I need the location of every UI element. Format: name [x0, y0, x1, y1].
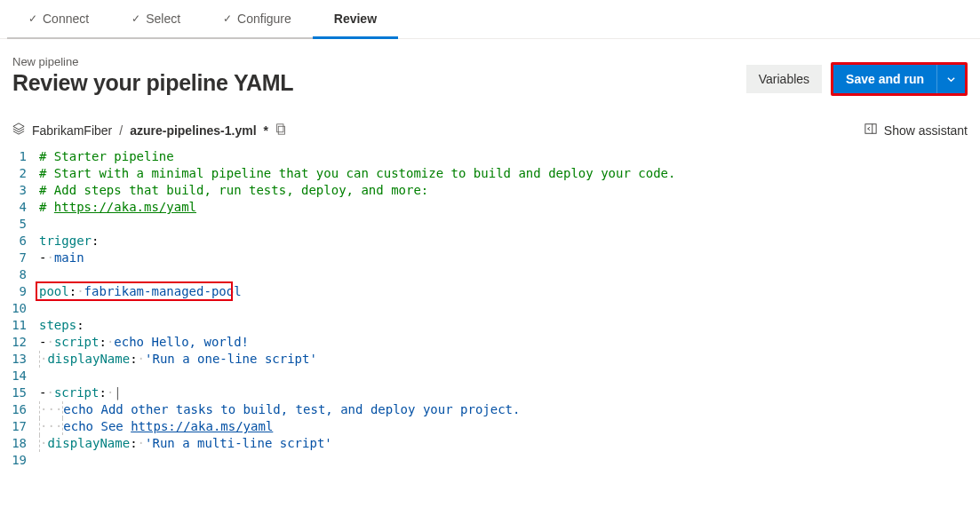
- header-actions: Variables Save and run: [746, 62, 968, 96]
- tab-select[interactable]: ✓ Select: [110, 0, 202, 39]
- editor-line[interactable]: 16···echo Add other tasks to build, test…: [0, 401, 980, 418]
- editor-line[interactable]: 4# https://aka.ms/yaml: [0, 199, 980, 216]
- repo-icon: [12, 123, 25, 138]
- line-number: 19: [0, 452, 39, 469]
- line-number: 1: [0, 148, 39, 165]
- editor-line[interactable]: 5: [0, 216, 980, 233]
- tab-label: Configure: [237, 12, 291, 26]
- line-code[interactable]: trigger:: [39, 233, 99, 250]
- editor-line[interactable]: 13·displayName:·'Run a one-line script': [0, 351, 980, 368]
- line-number: 13: [0, 351, 39, 368]
- editor-line[interactable]: 8: [0, 266, 980, 283]
- page-header: New pipeline Review your pipeline YAML V…: [0, 39, 980, 105]
- editor-line[interactable]: 10: [0, 300, 980, 317]
- editor-line[interactable]: 6trigger:: [0, 233, 980, 250]
- line-code[interactable]: # Add steps that build, run tests, deplo…: [39, 182, 428, 199]
- line-code[interactable]: ·displayName:·'Run a one-line script': [39, 351, 317, 368]
- show-assistant-label: Show assistant: [884, 123, 968, 138]
- line-number: 9: [0, 283, 39, 300]
- line-number: 14: [0, 368, 39, 384]
- editor-line[interactable]: 17···echo See https://aka.ms/yaml: [0, 418, 980, 435]
- line-number: 12: [0, 334, 39, 351]
- editor-line[interactable]: 3# Add steps that build, run tests, depl…: [0, 182, 980, 199]
- editor-line[interactable]: 18·displayName:·'Run a multi-line script…: [0, 435, 980, 452]
- line-code[interactable]: # Start with a minimal pipeline that you…: [39, 165, 675, 182]
- yaml-editor[interactable]: 1# Starter pipeline2# Start with a minim…: [0, 145, 980, 469]
- line-code[interactable]: -·script:·|: [39, 384, 122, 401]
- file-name[interactable]: azure-pipelines-1.yml: [130, 123, 256, 138]
- wizard-tabs: ✓ Connect ✓ Select ✓ Configure Review: [0, 0, 980, 39]
- editor-line[interactable]: 12-·script:·echo Hello, world!: [0, 334, 980, 351]
- line-code[interactable]: ···echo Add other tasks to build, test, …: [39, 401, 520, 418]
- show-assistant-button[interactable]: Show assistant: [864, 123, 968, 138]
- editor-line[interactable]: 14: [0, 368, 980, 384]
- line-number: 2: [0, 165, 39, 182]
- editor-line[interactable]: 2# Start with a minimal pipeline that yo…: [0, 165, 980, 182]
- file-breadcrumb-row: FabrikamFiber / azure-pipelines-1.yml * …: [0, 105, 980, 145]
- save-and-run-button[interactable]: Save and run: [833, 65, 936, 93]
- editor-line[interactable]: 9pool:·fabrikam-managed-pool: [0, 283, 980, 300]
- line-number: 18: [0, 435, 39, 452]
- line-number: 5: [0, 216, 39, 233]
- tab-review[interactable]: Review: [313, 0, 398, 39]
- line-number: 11: [0, 317, 39, 334]
- check-icon: ✓: [28, 12, 37, 25]
- dirty-indicator: *: [264, 123, 268, 138]
- line-code[interactable]: -·main: [39, 250, 84, 266]
- breadcrumb-separator: /: [119, 123, 123, 138]
- repo-name[interactable]: FabrikamFiber: [32, 123, 112, 138]
- line-code[interactable]: ·displayName:·'Run a multi-line script': [39, 435, 332, 452]
- save-and-run-dropdown[interactable]: [936, 65, 965, 93]
- line-number: 17: [0, 418, 39, 435]
- line-number: 4: [0, 199, 39, 216]
- variables-button[interactable]: Variables: [746, 65, 822, 93]
- page-subtitle: New pipeline: [12, 55, 293, 68]
- line-number: 3: [0, 182, 39, 199]
- line-number: 8: [0, 266, 39, 283]
- tab-label: Select: [146, 12, 180, 26]
- page-title: Review your pipeline YAML: [12, 70, 293, 96]
- line-number: 7: [0, 250, 39, 266]
- copy-icon[interactable]: [275, 123, 287, 138]
- save-run-group: Save and run: [831, 62, 968, 96]
- editor-line[interactable]: 7-·main: [0, 250, 980, 266]
- line-code[interactable]: ···echo See https://aka.ms/yaml: [39, 418, 273, 435]
- svg-rect-0: [278, 126, 284, 134]
- editor-line[interactable]: 15-·script:·|: [0, 384, 980, 401]
- check-icon: ✓: [131, 12, 140, 25]
- line-code[interactable]: steps:: [39, 317, 84, 334]
- check-icon: ✓: [223, 12, 232, 25]
- line-number: 10: [0, 300, 39, 317]
- editor-line[interactable]: 11steps:: [0, 317, 980, 334]
- tab-label: Review: [334, 12, 377, 26]
- panel-expand-icon: [864, 123, 877, 138]
- line-code[interactable]: # Starter pipeline: [39, 148, 174, 165]
- editor-line[interactable]: 19: [0, 452, 980, 469]
- tab-configure[interactable]: ✓ Configure: [202, 0, 313, 39]
- tab-connect[interactable]: ✓ Connect: [7, 0, 110, 39]
- line-code[interactable]: -·script:·echo Hello, world!: [39, 334, 249, 351]
- line-number: 15: [0, 384, 39, 401]
- chevron-down-icon: [946, 75, 956, 84]
- line-number: 6: [0, 233, 39, 250]
- editor-line[interactable]: 1# Starter pipeline: [0, 148, 980, 165]
- line-code[interactable]: # https://aka.ms/yaml: [39, 199, 196, 216]
- line-number: 16: [0, 401, 39, 418]
- line-code[interactable]: pool:·fabrikam-managed-pool: [39, 283, 242, 300]
- tab-label: Connect: [43, 12, 89, 26]
- svg-rect-1: [277, 123, 283, 131]
